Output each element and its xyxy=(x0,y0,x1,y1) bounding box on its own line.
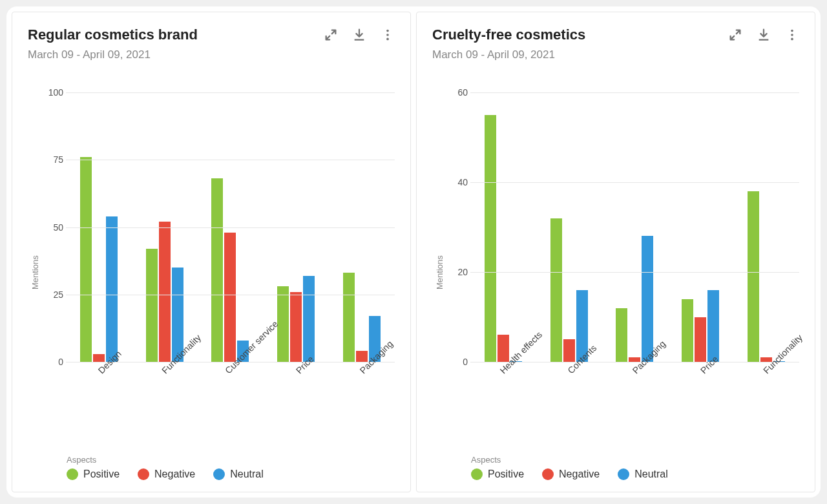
bar-pos[interactable] xyxy=(80,157,92,362)
legend: Aspects Positive Negative Neutral xyxy=(471,455,799,480)
x-tick-label: Design xyxy=(66,362,132,452)
y-tick-label: 40 xyxy=(445,177,468,187)
x-tick-label: Price xyxy=(263,362,329,452)
y-tick-label: 25 xyxy=(40,289,63,300)
legend-label: Negative xyxy=(154,468,195,480)
svg-point-6 xyxy=(791,34,793,36)
bar-pos[interactable] xyxy=(550,218,562,362)
x-tick-label: Health effects xyxy=(470,362,536,452)
card-header: Cruelty-free cosmetics March 09 - April … xyxy=(432,26,799,61)
gridline xyxy=(66,295,395,295)
legend-dot-neutral xyxy=(618,468,629,480)
legend-negative: Negative xyxy=(542,468,600,480)
svg-point-5 xyxy=(791,30,793,32)
bar-pos[interactable] xyxy=(146,249,158,362)
legend-label: Positive xyxy=(488,468,524,480)
legend-negative: Negative xyxy=(138,468,195,480)
bar-group xyxy=(667,92,733,362)
expand-icon[interactable] xyxy=(728,28,742,42)
svg-point-7 xyxy=(791,38,793,41)
bar-neu[interactable] xyxy=(642,236,653,362)
legend-label: Neutral xyxy=(230,468,264,480)
dashboard-container: Regular cosmetics brand March 09 - April… xyxy=(6,6,821,498)
legend-positive: Positive xyxy=(67,468,120,480)
bar-pos[interactable] xyxy=(485,115,496,362)
bar-neu[interactable] xyxy=(106,216,118,362)
legend-dot-negative xyxy=(542,468,554,480)
more-icon[interactable] xyxy=(785,28,799,42)
bar-group xyxy=(602,92,668,362)
bar-neu[interactable] xyxy=(707,290,719,362)
legend-dot-positive xyxy=(67,468,78,480)
bar-pos[interactable] xyxy=(277,286,289,362)
card-date-range: March 09 - April 09, 2021 xyxy=(432,48,585,61)
legend-title: Aspects xyxy=(67,455,395,465)
card-actions xyxy=(728,26,799,42)
legend: Aspects Positive Negative Neutral xyxy=(67,455,395,480)
gridline xyxy=(66,92,395,93)
chart-card-regular: Regular cosmetics brand March 09 - April… xyxy=(12,12,411,492)
legend-neutral: Neutral xyxy=(618,468,668,480)
legend-neutral: Neutral xyxy=(213,468,264,480)
bar-group xyxy=(536,92,602,362)
y-tick-label: 75 xyxy=(40,154,63,165)
x-tick-label: Customer service xyxy=(198,362,264,452)
y-tick-label: 20 xyxy=(445,267,468,277)
bar-pos[interactable] xyxy=(682,299,693,362)
x-tick-label: Packaging xyxy=(329,362,395,452)
chart-plot: 0204060 Health effectsContentsPackagingP… xyxy=(445,92,799,452)
chart-area: Mentions 0255075100 DesignFunctionalityC… xyxy=(28,92,395,452)
gridline xyxy=(470,92,799,93)
legend-dot-positive xyxy=(471,468,483,480)
card-date-range: March 09 - April 09, 2021 xyxy=(28,48,198,61)
card-title: Cruelty-free cosmetics xyxy=(432,26,585,43)
bar-neg[interactable] xyxy=(290,292,302,362)
gridline xyxy=(66,227,395,228)
legend-positive: Positive xyxy=(471,468,524,480)
legend-label: Neutral xyxy=(634,468,668,480)
bar-group xyxy=(470,92,536,362)
chart-plot: 0255075100 DesignFunctionalityCustomer s… xyxy=(40,92,395,452)
bar-group xyxy=(733,92,799,362)
bar-pos[interactable] xyxy=(748,191,759,362)
svg-point-3 xyxy=(386,38,389,41)
grid-area: 0255075100 xyxy=(40,92,395,362)
bar-pos[interactable] xyxy=(211,178,223,362)
bar-neg[interactable] xyxy=(695,317,706,362)
header-text: Regular cosmetics brand March 09 - April… xyxy=(28,26,198,61)
x-axis: DesignFunctionalityCustomer servicePrice… xyxy=(66,362,395,452)
more-icon[interactable] xyxy=(381,28,395,42)
x-tick-label: Functionality xyxy=(733,362,799,452)
y-tick-label: 60 xyxy=(445,87,468,98)
bar-neu[interactable] xyxy=(303,276,315,362)
chart-area: Mentions 0204060 Health effectsContentsP… xyxy=(432,92,799,452)
gridline xyxy=(66,160,395,160)
chart-card-crueltyfree: Cruelty-free cosmetics March 09 - April … xyxy=(416,12,815,492)
expand-icon[interactable] xyxy=(324,28,338,42)
legend-dot-negative xyxy=(138,468,149,480)
bar-neg[interactable] xyxy=(159,222,171,362)
card-actions xyxy=(324,26,395,42)
legend-label: Negative xyxy=(559,468,600,480)
download-icon[interactable] xyxy=(352,28,366,42)
gridline xyxy=(470,272,799,273)
gridline xyxy=(470,182,799,183)
bar-pos[interactable] xyxy=(343,273,355,362)
card-title: Regular cosmetics brand xyxy=(28,26,198,43)
legend-label: Positive xyxy=(83,468,120,480)
bar-pos[interactable] xyxy=(616,308,627,362)
grid-area: 0204060 xyxy=(445,92,799,362)
x-axis: Health effectsContentsPackagingPriceFunc… xyxy=(470,362,799,452)
bar-neg[interactable] xyxy=(563,339,575,362)
y-axis-label: Mentions xyxy=(432,92,445,452)
y-axis-label: Mentions xyxy=(28,92,40,452)
bar-neg[interactable] xyxy=(224,233,236,362)
x-tick-label: Packaging xyxy=(602,362,668,452)
svg-rect-4 xyxy=(759,39,769,40)
download-icon[interactable] xyxy=(757,28,771,42)
card-header: Regular cosmetics brand March 09 - April… xyxy=(28,26,395,61)
legend-dot-neutral xyxy=(213,468,225,480)
y-tick-label: 0 xyxy=(445,357,468,367)
legend-row: Positive Negative Neutral xyxy=(471,468,799,480)
y-tick-label: 100 xyxy=(40,87,63,98)
